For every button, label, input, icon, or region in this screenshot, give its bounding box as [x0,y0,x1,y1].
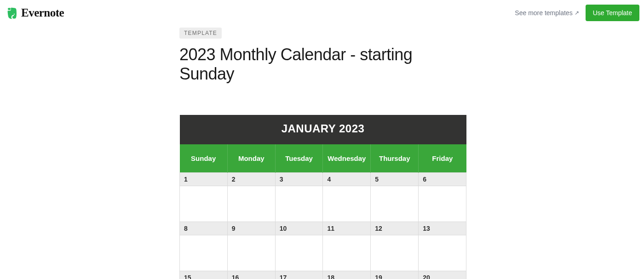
calendar-body-row [180,235,466,271]
date-number-cell: 6 [419,173,466,186]
brand-name: Evernote [21,6,64,19]
date-body-cell[interactable] [180,186,228,222]
date-body-cell[interactable] [371,235,419,271]
date-number-cell: 3 [275,173,323,186]
calendar-month-title: JANUARY 2023 [180,115,466,144]
date-body-cell[interactable] [323,186,371,222]
day-header-cell: Monday [227,144,275,173]
date-number-cell: 11 [323,222,371,235]
date-number-cell: 1 [180,173,228,186]
see-more-label: See more templates [515,9,572,17]
content-area: TEMPLATE 2023 Monthly Calendar - startin… [179,28,466,279]
page-title: 2023 Monthly Calendar - starting Sunday [179,45,466,84]
evernote-elephant-icon [5,6,18,20]
calendar-month-header: JANUARY 2023 [180,115,466,144]
date-number-cell: 20 [419,271,466,279]
calendar-body-row [180,186,466,222]
date-number-cell: 16 [227,271,275,279]
date-body-cell[interactable] [371,186,419,222]
see-more-templates-link[interactable]: See more templates ↗ [515,9,579,17]
brand[interactable]: Evernote [5,6,64,20]
date-body-cell[interactable] [227,186,275,222]
use-template-button[interactable]: Use Template [586,5,639,21]
date-number-cell: 12 [371,222,419,235]
day-header-cell: Thursday [371,144,419,173]
topbar: Evernote See more templates ↗ Use Templa… [0,0,644,21]
date-number-cell: 8 [180,222,228,235]
date-number-cell: 10 [275,222,323,235]
date-number-cell: 19 [371,271,419,279]
date-number-cell: 17 [275,271,323,279]
topbar-actions: See more templates ↗ Use Template [515,5,639,21]
calendar-number-row: 8 9 10 11 12 13 [180,222,466,235]
date-body-cell[interactable] [419,186,466,222]
day-header-cell: Sunday [180,144,228,173]
calendar-day-header: Sunday Monday Tuesday Wednesday Thursday… [180,144,466,173]
date-body-cell[interactable] [275,235,323,271]
date-body-cell[interactable] [323,235,371,271]
template-tag: TEMPLATE [179,28,222,39]
day-header-cell: Tuesday [275,144,323,173]
arrow-up-right-icon: ↗ [575,10,579,16]
date-number-cell: 2 [227,173,275,186]
date-body-cell[interactable] [275,186,323,222]
calendar-number-row: 1 2 3 4 5 6 [180,173,466,186]
calendar-table: JANUARY 2023 Sunday Monday Tuesday Wedne… [179,115,466,279]
date-number-cell: 15 [180,271,228,279]
date-body-cell[interactable] [419,235,466,271]
date-number-cell: 13 [419,222,466,235]
day-header-cell: Friday [419,144,466,173]
day-header-cell: Wednesday [323,144,371,173]
calendar-number-row: 15 16 17 18 19 20 [180,271,466,279]
date-number-cell: 5 [371,173,419,186]
date-number-cell: 4 [323,173,371,186]
date-body-cell[interactable] [180,235,228,271]
date-number-cell: 18 [323,271,371,279]
date-body-cell[interactable] [227,235,275,271]
date-number-cell: 9 [227,222,275,235]
